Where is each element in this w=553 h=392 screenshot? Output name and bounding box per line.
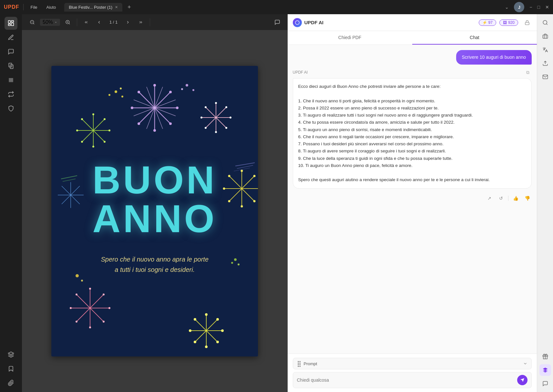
svg-point-127: [121, 96, 123, 98]
svg-point-29: [138, 91, 140, 93]
new-tab-button[interactable]: +: [125, 3, 134, 11]
prompt-dots-icon: ⣿: [297, 360, 301, 367]
thumbdown-button[interactable]: 👎: [523, 194, 532, 203]
svg-point-63: [225, 106, 227, 108]
share-button[interactable]: ↗: [485, 194, 494, 203]
poster-subtitle: Spero che il nuovo anno apra le porte a …: [81, 244, 228, 275]
sidebar-icon-pages[interactable]: [5, 59, 17, 72]
prompt-bar[interactable]: ⣿ Prompt: [293, 358, 532, 369]
svg-line-55: [216, 107, 226, 118]
svg-point-124: [189, 329, 191, 332]
navigate-first-button[interactable]: [81, 17, 91, 27]
toolbar-divider-1: [77, 18, 77, 26]
zoom-in-button[interactable]: [63, 17, 73, 27]
close-icon[interactable]: ✕: [545, 5, 549, 10]
sidebar-icon-edit[interactable]: [5, 31, 17, 44]
svg-point-126: [115, 90, 117, 93]
thumbup-button[interactable]: 👍: [511, 194, 520, 203]
maximize-icon[interactable]: □: [538, 5, 540, 10]
svg-line-75: [62, 195, 71, 204]
svg-point-87: [253, 175, 256, 177]
sidebar-icon-view[interactable]: [5, 17, 17, 30]
svg-point-129: [120, 88, 122, 89]
navigate-next-button[interactable]: [123, 17, 133, 27]
copy-response-button[interactable]: ⧉: [524, 68, 532, 76]
ai-message: UPDF AI ⧉ Ecco dieci auguri di Buon Anno…: [293, 68, 532, 189]
svg-point-109: [76, 294, 77, 295]
ocr-toolbar-icon[interactable]: [539, 30, 551, 42]
zoom-control[interactable]: 50%: [40, 19, 60, 26]
svg-point-48: [108, 129, 110, 131]
sidebar-icon-organize[interactable]: [5, 74, 17, 87]
user-bubble: Scrivere 10 auguri di buon anno: [456, 50, 532, 65]
ai-chat-input[interactable]: [297, 377, 515, 383]
ai-toolbar-icon[interactable]: [539, 364, 551, 376]
navigate-last-button[interactable]: [136, 17, 146, 27]
svg-point-103: [103, 294, 105, 295]
svg-point-122: [205, 346, 208, 348]
svg-line-41: [93, 130, 105, 142]
stamp-toolbar-icon[interactable]: [539, 351, 551, 362]
credits-badge[interactable]: ⚡ 97: [479, 19, 496, 26]
svg-rect-0: [8, 21, 10, 23]
svg-point-46: [92, 113, 94, 115]
poster-title-group: BUON ANNO: [93, 160, 217, 238]
prompt-chevron-icon: [523, 361, 527, 366]
mail-toolbar-icon[interactable]: [539, 71, 551, 83]
svg-rect-143: [525, 22, 529, 25]
send-button[interactable]: [517, 375, 527, 385]
regenerate-button[interactable]: ↺: [497, 194, 506, 203]
svg-point-104: [108, 307, 110, 309]
svg-line-71: [71, 186, 80, 195]
toolbar: 50% 1 / 1: [22, 14, 288, 30]
svg-point-91: [228, 200, 230, 202]
svg-line-33: [155, 108, 163, 129]
svg-point-123: [194, 341, 196, 343]
ai-actions: ↗ ↺ 👍 👎: [293, 192, 532, 204]
svg-point-93: [228, 175, 230, 177]
svg-line-59: [206, 118, 216, 128]
svg-line-37: [147, 87, 155, 108]
svg-point-135: [231, 262, 233, 264]
menu-file[interactable]: File: [27, 4, 41, 11]
poster-line1: BUON: [93, 160, 217, 199]
chevron-down-icon[interactable]: ⌄: [505, 5, 509, 10]
user-avatar[interactable]: J: [514, 2, 524, 12]
svg-point-106: [89, 326, 91, 328]
document-tab[interactable]: Blue Festiv... Poster (1) ✕: [64, 3, 122, 12]
svg-line-45: [82, 119, 93, 130]
svg-line-43: [82, 130, 93, 142]
sidebar-icon-attach[interactable]: [5, 377, 17, 389]
chat-toolbar-icon[interactable]: [539, 378, 551, 389]
sidebar-icon-protect[interactable]: [5, 102, 17, 115]
images-badge[interactable]: 🖼 920: [499, 19, 518, 26]
svg-point-52: [76, 129, 78, 131]
svg-point-130: [186, 84, 188, 87]
search-toolbar-icon[interactable]: [539, 17, 551, 28]
tab-chat[interactable]: Chat: [412, 31, 537, 45]
svg-point-68: [200, 117, 202, 119]
tab-close-icon[interactable]: ✕: [115, 5, 118, 9]
ai-chat-area[interactable]: Scrivere 10 auguri di buon anno UPDF AI …: [288, 45, 537, 354]
sidebar-icon-bookmark[interactable]: [5, 362, 17, 375]
sidebar-icon-comment[interactable]: [5, 45, 17, 58]
left-sidebar: [0, 14, 22, 392]
translate-toolbar-icon[interactable]: [539, 44, 551, 56]
sidebar-icon-layers[interactable]: [5, 348, 17, 361]
user-message: Scrivere 10 auguri di buon anno: [293, 50, 532, 65]
content-column: 50% 1 / 1: [22, 14, 288, 392]
svg-point-136: [76, 274, 79, 277]
ai-settings-button[interactable]: [523, 18, 532, 27]
zoom-out-button[interactable]: [27, 17, 37, 27]
navigate-prev-button[interactable]: [94, 17, 104, 27]
ai-response-bubble: Ecco dieci auguri di Buon Anno che potre…: [293, 78, 532, 189]
sidebar-icon-convert[interactable]: [5, 88, 17, 101]
minimize-icon[interactable]: −: [529, 5, 532, 10]
export-toolbar-icon[interactable]: [539, 57, 551, 69]
tab-ask-pdf[interactable]: Chiedi PDF: [288, 31, 412, 45]
svg-line-77: [62, 186, 71, 195]
comment-button[interactable]: [272, 17, 282, 27]
ai-message-header: UPDF AI ⧉: [293, 68, 532, 76]
menu-aiuto[interactable]: Aiuto: [43, 4, 59, 11]
svg-line-11: [69, 23, 70, 24]
